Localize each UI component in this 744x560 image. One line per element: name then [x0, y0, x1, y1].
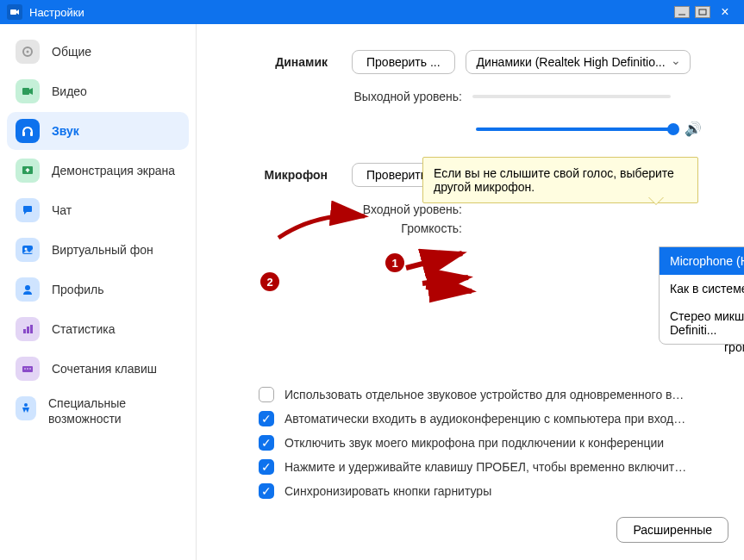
sidebar-item-shortcuts[interactable]: Сочетания клавиш — [7, 350, 189, 388]
accessibility-icon — [16, 396, 36, 420]
svg-point-18 — [29, 368, 31, 370]
mic-option[interactable]: Как в системе — [660, 275, 744, 302]
mic-tooltip: Если вы не слышите свой голос, выберите … — [422, 157, 698, 203]
svg-rect-6 — [22, 132, 25, 136]
sidebar-item-label: Чат — [52, 203, 72, 217]
check-label: Использовать отдельное звуковое устройст… — [284, 388, 690, 401]
check-label: Автоматически входить в аудиоконференцию… — [284, 412, 690, 426]
check-label: Отключить звук моего микрофона при подкл… — [284, 436, 664, 450]
keyboard-icon — [16, 357, 40, 381]
sidebar-item-label: Демонстрация экрана — [52, 164, 175, 177]
push-to-talk-checkbox[interactable]: ✓ — [259, 459, 274, 475]
sidebar-item-label: Сочетания клавиш — [52, 362, 157, 376]
virtual-bg-icon — [16, 238, 40, 262]
chat-icon — [16, 198, 40, 222]
sidebar-item-label: Звук — [52, 124, 79, 138]
sidebar-item-general[interactable]: Общие — [7, 33, 189, 71]
svg-point-10 — [25, 248, 28, 251]
stats-icon — [16, 317, 40, 341]
sidebar-item-label: Профиль — [52, 283, 103, 296]
annotation-badge-2: 2 — [260, 272, 279, 291]
check-label: Синхронизировать кнопки гарнитуры — [284, 484, 491, 498]
sidebar: Общие Видео Звук Демонстрация экрана Чат… — [0, 24, 197, 560]
svg-rect-14 — [30, 325, 33, 333]
svg-point-19 — [24, 403, 28, 407]
app-logo — [7, 4, 22, 20]
mic-device-dropdown: Microphone (HD Webcam C270) Как в систем… — [659, 246, 744, 345]
svg-point-11 — [25, 285, 30, 290]
speaker-device-select[interactable]: Динамики (Realtek High Definitio... — [466, 50, 691, 74]
sidebar-item-label: Специальные возможности — [48, 396, 180, 426]
svg-rect-7 — [30, 132, 33, 136]
title-bar: Настройки × — [0, 0, 744, 24]
share-icon — [16, 159, 40, 183]
video-icon — [16, 79, 40, 103]
speaker-volume-slider[interactable] — [476, 128, 674, 131]
annotation-arrow-1c — [424, 283, 476, 303]
close-button[interactable]: × — [713, 4, 737, 20]
speaker-label: Динамик — [231, 55, 352, 69]
sidebar-item-accessibility[interactable]: Специальные возможности — [7, 389, 189, 433]
output-level-meter — [472, 95, 671, 98]
svg-point-4 — [27, 51, 29, 53]
svg-rect-13 — [27, 327, 29, 333]
advanced-button[interactable]: Расширенные — [616, 517, 728, 543]
sidebar-item-virtual-bg[interactable]: Виртуальный фон — [7, 231, 189, 269]
window-title: Настройки — [29, 6, 84, 19]
annotation-arrow-2 — [274, 212, 369, 250]
svg-rect-2 — [699, 9, 706, 15]
sync-headset-checkbox[interactable]: ✓ — [259, 483, 274, 499]
annotation-badge-1: 1 — [385, 253, 404, 272]
svg-rect-0 — [10, 9, 16, 15]
sidebar-item-video[interactable]: Видео — [7, 72, 189, 110]
test-speaker-button[interactable]: Проверить ... — [352, 50, 455, 74]
sidebar-item-label: Видео — [52, 84, 87, 98]
svg-point-16 — [24, 368, 26, 370]
sidebar-item-chat[interactable]: Чат — [7, 191, 189, 229]
sidebar-item-share[interactable]: Демонстрация экрана — [7, 152, 189, 190]
minimize-button[interactable] — [674, 6, 690, 18]
sidebar-item-audio[interactable]: Звук — [7, 112, 189, 150]
mic-option[interactable]: Microphone (HD Webcam C270) — [660, 247, 744, 275]
speaker-icon: 🔊 — [685, 121, 702, 137]
sidebar-item-profile[interactable]: Профиль — [7, 271, 189, 308]
sidebar-item-label: Общие — [52, 45, 91, 59]
mic-label: Микрофон — [231, 168, 352, 182]
mute-on-join-checkbox[interactable]: ✓ — [259, 435, 274, 451]
svg-rect-5 — [22, 88, 29, 95]
content-pane: Динамик Проверить ... Динамики (Realtek … — [197, 24, 744, 560]
maximize-button[interactable] — [695, 6, 710, 18]
general-icon — [16, 40, 40, 64]
check-label: Нажмите и удерживайте клавишу ПРОБЕЛ, чт… — [284, 460, 690, 474]
headphones-icon — [16, 119, 40, 143]
profile-icon — [16, 277, 40, 302]
output-level-label: Выходной уровень: — [231, 90, 472, 103]
sidebar-item-label: Виртуальный фон — [52, 243, 153, 257]
sidebar-item-label: Статистика — [52, 322, 116, 336]
svg-point-17 — [27, 368, 28, 370]
sidebar-item-stats[interactable]: Статистика — [7, 310, 189, 348]
mic-option[interactable]: Стерео микшер (Realtek High Definiti... — [660, 302, 744, 344]
svg-rect-12 — [23, 329, 26, 333]
separate-device-checkbox[interactable] — [259, 387, 274, 402]
auto-join-audio-checkbox[interactable]: ✓ — [259, 411, 274, 426]
